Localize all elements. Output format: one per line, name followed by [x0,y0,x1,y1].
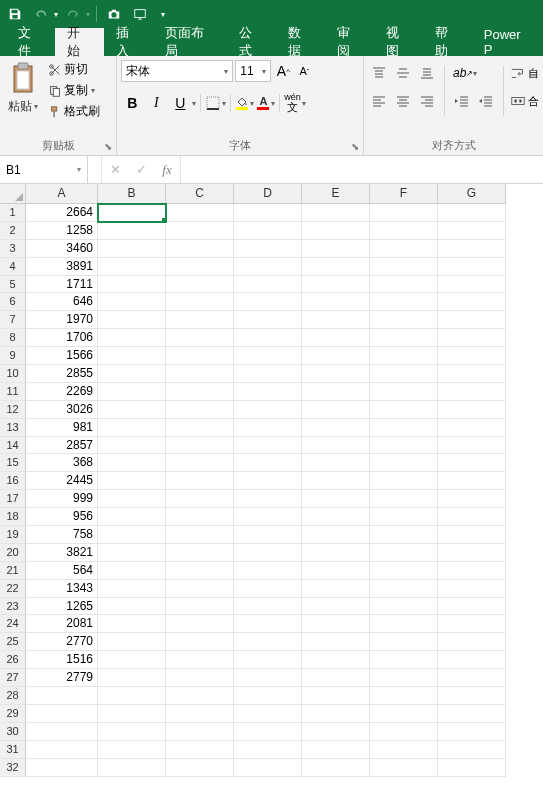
cell[interactable] [370,454,438,472]
cell[interactable] [26,723,98,741]
tab-review[interactable]: 审阅 [325,28,374,56]
touch-mode-icon[interactable] [129,3,151,25]
cell[interactable]: 2855 [26,365,98,383]
tab-view[interactable]: 视图 [374,28,423,56]
cut-button[interactable]: 剪切 [46,60,102,79]
row-header[interactable]: 6 [0,293,26,311]
cell[interactable] [370,723,438,741]
align-middle-button[interactable] [392,62,414,84]
row-header[interactable]: 4 [0,258,26,276]
row-header[interactable]: 17 [0,490,26,508]
cell[interactable] [302,562,370,580]
undo-icon[interactable] [30,3,52,25]
cell[interactable] [166,437,234,455]
cell[interactable] [302,508,370,526]
cell[interactable] [166,365,234,383]
align-top-button[interactable] [368,62,390,84]
cell[interactable]: 3821 [26,544,98,562]
copy-button[interactable]: 复制▾ [46,81,102,100]
cell[interactable] [234,365,302,383]
column-header[interactable]: D [234,184,302,204]
cell[interactable] [98,723,166,741]
cell[interactable]: 999 [26,490,98,508]
cell[interactable]: 758 [26,526,98,544]
cell[interactable]: 2269 [26,383,98,401]
tab-power[interactable]: Power P [472,28,543,56]
cell[interactable]: 3891 [26,258,98,276]
row-header[interactable]: 11 [0,383,26,401]
cell[interactable] [438,651,506,669]
cell[interactable] [370,329,438,347]
cell[interactable] [302,705,370,723]
cell[interactable] [234,633,302,651]
cell[interactable] [166,293,234,311]
cell[interactable]: 956 [26,508,98,526]
cell[interactable] [166,347,234,365]
cell[interactable] [98,347,166,365]
cell[interactable] [234,723,302,741]
cell[interactable] [302,490,370,508]
cell[interactable] [370,508,438,526]
column-header[interactable]: F [370,184,438,204]
cell[interactable] [234,615,302,633]
cell[interactable] [438,222,506,240]
cell[interactable] [166,669,234,687]
dialog-launcher-icon[interactable]: ⬊ [351,139,359,155]
insert-function-button[interactable]: fx [154,162,180,178]
row-header[interactable]: 13 [0,419,26,437]
row-header[interactable]: 30 [0,723,26,741]
cell[interactable]: 1258 [26,222,98,240]
cell[interactable]: 2770 [26,633,98,651]
cell[interactable]: 646 [26,293,98,311]
row-header[interactable]: 5 [0,276,26,294]
cell[interactable] [438,669,506,687]
cell[interactable] [370,544,438,562]
dialog-launcher-icon[interactable]: ⬊ [104,139,112,155]
cell[interactable] [302,276,370,294]
cell[interactable]: 564 [26,562,98,580]
underline-button[interactable]: U▾ [169,92,196,114]
cell[interactable] [438,347,506,365]
cell[interactable]: 1343 [26,580,98,598]
cell[interactable] [98,419,166,437]
border-button[interactable]: ▾ [205,95,226,111]
cell[interactable] [438,258,506,276]
cell[interactable] [438,598,506,616]
paste-button[interactable]: 粘贴▾ [4,60,42,115]
cell[interactable] [302,598,370,616]
row-header[interactable]: 12 [0,401,26,419]
merge-center-button[interactable]: 合 [510,90,539,112]
row-header[interactable]: 2 [0,222,26,240]
cell[interactable]: 368 [26,454,98,472]
row-header[interactable]: 24 [0,615,26,633]
wrap-text-button[interactable]: 自 [510,62,539,84]
cell[interactable]: 981 [26,419,98,437]
cell[interactable] [370,365,438,383]
cell[interactable] [234,687,302,705]
cell[interactable] [166,472,234,490]
cell[interactable] [438,293,506,311]
redo-caret-icon[interactable]: ▾ [86,10,90,19]
cell[interactable] [302,741,370,759]
cell[interactable] [302,293,370,311]
cell[interactable] [98,687,166,705]
tab-data[interactable]: 数据 [276,28,325,56]
fill-color-button[interactable]: ▾ [235,96,254,110]
cell[interactable] [438,544,506,562]
bold-button[interactable]: B [121,92,143,114]
align-left-button[interactable] [368,90,390,112]
cell[interactable] [234,311,302,329]
cell[interactable] [98,490,166,508]
align-right-button[interactable] [416,90,438,112]
cell[interactable] [98,365,166,383]
cell[interactable] [438,580,506,598]
select-all-corner[interactable] [0,184,26,204]
row-header[interactable]: 21 [0,562,26,580]
cell[interactable] [166,759,234,777]
cell[interactable] [234,240,302,258]
cell[interactable] [370,204,438,222]
cell[interactable] [370,347,438,365]
cell[interactable] [302,401,370,419]
cell[interactable] [302,204,370,222]
row-header[interactable]: 1 [0,204,26,222]
